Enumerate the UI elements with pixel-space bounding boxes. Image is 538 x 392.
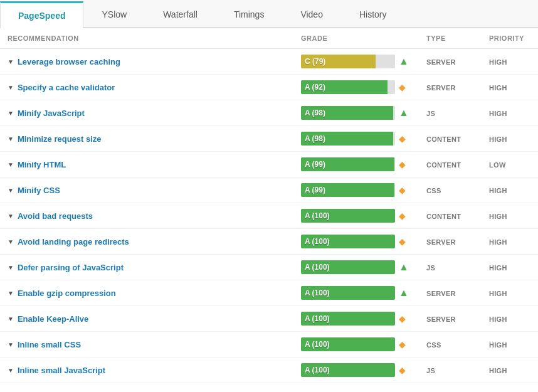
grade-cell-4: A (99) ◆	[293, 152, 419, 177]
row-toggle-1[interactable]: ▼	[8, 84, 14, 91]
grade-bar: A (100)	[301, 337, 395, 351]
grade-cell-7: A (100) ◆	[293, 229, 419, 255]
grade-bar-wrapper: C (79)	[301, 55, 395, 68]
rec-link-4[interactable]: Minify HTML	[18, 160, 66, 169]
rec-link-12[interactable]: Inline small JavaScript	[18, 366, 105, 375]
row-toggle-9[interactable]: ▼	[8, 290, 14, 297]
grade-bar: A (100)	[301, 363, 395, 377]
grade-bar-wrapper: A (100)	[301, 260, 395, 274]
col-grade: GRADE	[293, 28, 419, 49]
type-value: SERVER	[426, 58, 456, 66]
row-toggle-0[interactable]: ▼	[8, 58, 14, 65]
table-row: ▼ Enable Keep-Alive A (100) ◆ SERVERHIGH	[0, 306, 538, 332]
priority-value: HIGH	[489, 135, 507, 143]
type-cell-6: CONTENT	[419, 203, 482, 229]
type-cell-7: SERVER	[419, 229, 482, 255]
row-toggle-12[interactable]: ▼	[8, 367, 14, 374]
grade-label: A (100)	[305, 340, 330, 349]
rec-link-0[interactable]: Leverage browser caching	[18, 57, 120, 66]
grade-bar-wrapper: A (100)	[301, 286, 395, 300]
table-row: ▼ Avoid landing page redirects A (100) ◆…	[0, 229, 538, 255]
rec-link-11[interactable]: Inline small CSS	[18, 340, 81, 349]
grade-bar-wrapper: A (100)	[301, 312, 395, 326]
table-row: ▼ Inline small JavaScript A (100) ◆ JSHI…	[0, 358, 538, 383]
rec-link-7[interactable]: Avoid landing page redirects	[18, 237, 129, 246]
rec-link-1[interactable]: Specify a cache validator	[18, 83, 115, 92]
type-value: SERVER	[426, 315, 456, 323]
table-row: ▼ Minimize request size A (98) ◆ CONTENT…	[0, 126, 538, 152]
grade-label: A (98)	[305, 134, 325, 143]
grade-bar-wrapper: A (100)	[301, 363, 395, 377]
grade-label: A (100)	[305, 263, 330, 272]
rec-link-8[interactable]: Defer parsing of JavaScript	[18, 263, 124, 272]
rec-link-6[interactable]: Avoid bad requests	[18, 211, 93, 221]
row-toggle-6[interactable]: ▼	[8, 213, 14, 220]
grade-bar: A (99)	[301, 183, 394, 197]
priority-cell-3: HIGH	[482, 126, 538, 152]
priority-value: HIGH	[489, 187, 507, 194]
row-toggle-2[interactable]: ▼	[8, 110, 14, 117]
priority-cell-8: HIGH	[482, 255, 538, 280]
tab-bar: PageSpeedYSlowWaterfallTimingsVideoHisto…	[0, 0, 538, 28]
rec-link-3[interactable]: Minimize request size	[18, 134, 102, 144]
grade-bar: A (100)	[301, 286, 395, 300]
priority-value: HIGH	[489, 341, 507, 349]
rec-link-9[interactable]: Enable gzip compression	[18, 289, 116, 298]
tab-pagespeed[interactable]: PageSpeed	[0, 1, 83, 28]
rec-cell-6: ▼ Avoid bad requests	[0, 203, 293, 229]
type-value: CSS	[426, 187, 441, 194]
table-row: ▼ Minify JavaScript A (98) ▲ JSHIGH	[0, 100, 538, 126]
tab-waterfall[interactable]: Waterfall	[145, 1, 216, 28]
priority-cell-4: LOW	[482, 152, 538, 177]
grade-cell-0: C (79) ▲	[293, 49, 419, 75]
grade-cell-10: A (100) ◆	[293, 306, 419, 332]
grade-label: A (100)	[305, 211, 330, 220]
priority-cell-6: HIGH	[482, 203, 538, 229]
rec-link-10[interactable]: Enable Keep-Alive	[18, 314, 88, 324]
priority-cell-9: HIGH	[482, 280, 538, 306]
tab-yslow[interactable]: YSlow	[83, 1, 145, 28]
priority-value: HIGH	[489, 58, 507, 66]
table-row: ▼ Inline small CSS A (100) ◆ CSSHIGH	[0, 332, 538, 358]
rec-cell-4: ▼ Minify HTML	[0, 152, 293, 177]
type-value: SERVER	[426, 290, 456, 297]
rec-cell-2: ▼ Minify JavaScript	[0, 100, 293, 126]
grade-bar-wrapper: A (98)	[301, 132, 395, 146]
tab-history[interactable]: History	[341, 1, 405, 28]
recommendations-table: RECOMMENDATION GRADE TYPE PRIORITY ▼ Lev…	[0, 28, 538, 383]
trend-up-icon: ▲	[399, 107, 409, 119]
row-toggle-3[interactable]: ▼	[8, 135, 14, 142]
row-toggle-4[interactable]: ▼	[8, 161, 14, 168]
grade-label: A (100)	[305, 289, 330, 297]
type-cell-1: SERVER	[419, 75, 482, 100]
row-toggle-8[interactable]: ▼	[8, 264, 14, 271]
priority-value: HIGH	[489, 110, 507, 117]
table-row: ▼ Specify a cache validator A (92) ◆ SER…	[0, 75, 538, 100]
row-toggle-7[interactable]: ▼	[8, 238, 14, 245]
type-cell-8: JS	[419, 255, 482, 280]
trend-up-icon: ▲	[399, 262, 409, 273]
grade-bar: A (92)	[301, 80, 388, 94]
tab-timings[interactable]: Timings	[216, 1, 283, 28]
grade-label: A (99)	[305, 186, 325, 194]
rec-cell-8: ▼ Defer parsing of JavaScript	[0, 255, 293, 280]
grade-bar-wrapper: A (98)	[301, 106, 395, 120]
grade-bar: C (79)	[301, 55, 376, 68]
row-toggle-10[interactable]: ▼	[8, 315, 14, 322]
row-toggle-11[interactable]: ▼	[8, 341, 14, 348]
type-cell-3: CONTENT	[419, 126, 482, 152]
grade-label: A (100)	[305, 366, 330, 374]
diamond-icon: ◆	[399, 185, 406, 195]
row-toggle-5[interactable]: ▼	[8, 187, 14, 194]
priority-value: HIGH	[489, 264, 507, 272]
type-value: SERVER	[426, 84, 456, 92]
type-cell-10: SERVER	[419, 306, 482, 332]
rec-link-5[interactable]: Minify CSS	[18, 186, 60, 195]
rec-link-2[interactable]: Minify JavaScript	[18, 109, 85, 118]
priority-cell-11: HIGH	[482, 332, 538, 358]
grade-bar-wrapper: A (100)	[301, 337, 395, 351]
grade-cell-9: A (100) ▲	[293, 280, 419, 306]
grade-bar: A (100)	[301, 260, 395, 274]
tab-video[interactable]: Video	[282, 1, 341, 28]
diamond-icon: ◆	[399, 314, 406, 324]
